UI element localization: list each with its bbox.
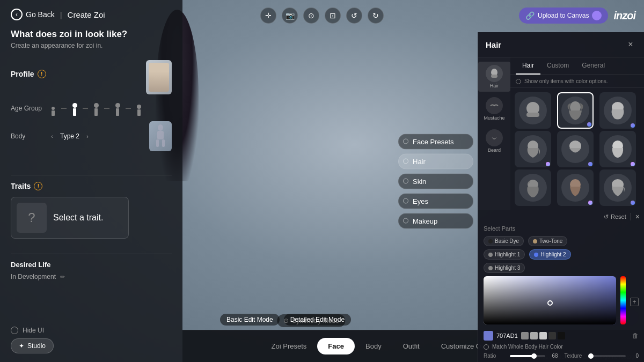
color-add-button[interactable]: + (630, 276, 639, 328)
age-selector[interactable] (48, 101, 172, 116)
swatch-3[interactable] (539, 332, 547, 339)
delete-color-button[interactable]: 🗑 (632, 332, 639, 339)
hair-options-bar: Show only items with color options. (510, 75, 644, 88)
hue-bar[interactable] (620, 276, 626, 324)
hair-item-7[interactable] (515, 169, 551, 206)
hair-item-9[interactable] (599, 169, 636, 206)
hue-bar-container[interactable] (620, 276, 626, 328)
hair-side-beard[interactable]: Beard (478, 126, 510, 156)
float-menu-eyes[interactable]: Eyes (398, 193, 473, 209)
studio-button[interactable]: ✦ Studio (11, 338, 54, 353)
slider-texture-label: Texture (565, 353, 589, 359)
reset-button[interactable]: ↺ Reset (604, 213, 626, 220)
bottom-nav-body[interactable]: Body (355, 338, 392, 354)
hair-item-2[interactable] (557, 92, 594, 129)
toolbar-redo-icon[interactable]: ↻ (368, 8, 384, 24)
age-connector-1 (61, 108, 67, 109)
body-next-button[interactable]: › (84, 132, 91, 140)
close-color-button[interactable]: × (635, 212, 640, 221)
hair-item-4[interactable] (515, 131, 551, 167)
float-menu-makeup[interactable]: Makeup (398, 213, 473, 228)
age-figure-4[interactable] (113, 101, 122, 116)
part-basic-dye[interactable]: Basic Dye (484, 236, 524, 246)
edit-icon[interactable]: ✏ (60, 274, 65, 280)
slider-ratio-thumb[interactable] (531, 353, 537, 359)
hair-item-5[interactable] (557, 131, 594, 167)
upload-canvas-button[interactable]: 🔗 Upload to Canvas (519, 8, 608, 24)
body-figure-preview (149, 121, 172, 151)
color-config: Select Parts Basic Dye Two-Tone Highligh… (478, 225, 644, 362)
body-prev-button[interactable]: ‹ (48, 132, 56, 140)
age-figure-2[interactable] (70, 101, 79, 116)
swatch-1[interactable] (521, 332, 529, 339)
float-menu-skin[interactable]: Skin (398, 173, 473, 189)
hair-item-3-inner (604, 97, 632, 124)
hair-tab-hair[interactable]: Hair (516, 57, 540, 75)
toolbar-camera-icon[interactable]: 📷 (282, 8, 298, 24)
age-figure-3[interactable] (91, 101, 101, 116)
float-menu-hair-label: Hair (413, 157, 426, 165)
bottom-nav-face[interactable]: Face (317, 338, 355, 354)
avatar-body (149, 63, 169, 92)
float-circle-face (403, 139, 408, 144)
traits-section-title: Traits ! (11, 182, 172, 190)
trait-placeholder[interactable]: ? Select a trait. (11, 197, 129, 239)
hair-item-6[interactable] (599, 131, 636, 167)
reset-bar: ↺ Reset × (478, 210, 644, 225)
toolbar-crosshair-icon[interactable]: ✛ (260, 8, 276, 24)
hair-item-2-inner (561, 97, 589, 124)
bottom-nav-outfit[interactable]: Outfit (392, 338, 430, 354)
toolbar-undo-icon[interactable]: ↺ (346, 8, 362, 24)
part-two-tone[interactable]: Two-Tone (528, 236, 567, 246)
age-figure-5[interactable] (134, 101, 144, 116)
detailed-edit-mode-button[interactable]: Detailed Edit Mode (284, 314, 351, 326)
color-cursor[interactable] (547, 300, 553, 306)
add-color-icon[interactable]: + (630, 298, 639, 306)
hair-item-1[interactable] (515, 92, 551, 129)
color-gradient-area[interactable] (484, 276, 616, 324)
slider-ratio-track[interactable] (510, 355, 545, 357)
profile-section-title: Profile ! (11, 70, 46, 78)
detailed-edit-label: Detailed Edit Mode (290, 316, 345, 323)
part-highlight-3[interactable]: Highlight 3 (484, 263, 525, 273)
swatch-4[interactable] (548, 332, 556, 339)
bottom-nav-zoi-presets[interactable]: Zoi Presets (261, 338, 318, 354)
hide-ui-row[interactable]: Hide UI (11, 327, 172, 334)
hair-side-hair[interactable]: Hair (478, 62, 510, 92)
slider-texture-thumb[interactable] (588, 353, 594, 359)
color-picker-gradient[interactable] (484, 276, 616, 328)
toolbar-grid-icon[interactable]: ⊡ (325, 8, 341, 24)
hex-value: 707AD1 (496, 333, 518, 339)
current-color-swatch[interactable] (484, 331, 493, 341)
swatch-5[interactable] (558, 332, 565, 339)
part-highlight-3-dot (488, 266, 493, 270)
hair-item-1-inner (519, 97, 547, 124)
hair-panel-close-button[interactable]: × (625, 39, 636, 50)
desired-life-value[interactable]: In Development ✏ (11, 273, 172, 280)
toolbar-refresh-icon[interactable]: ⊙ (303, 8, 319, 24)
hair-tab-custom[interactable]: Custom (540, 57, 575, 75)
float-circle-makeup (403, 218, 408, 224)
hair-item-3[interactable] (599, 92, 636, 129)
slider-texture-track[interactable] (591, 355, 626, 357)
hair-tab-general[interactable]: General (575, 57, 611, 75)
back-arrow-icon: ‹ (11, 9, 23, 20)
float-menu-hair[interactable]: Hair (398, 153, 473, 169)
hair-side-hair-icon (486, 65, 503, 82)
show-color-options-radio[interactable] (516, 79, 521, 84)
slider-texture: Texture 0 (565, 353, 639, 359)
swatch-2[interactable] (530, 332, 538, 339)
part-highlight-1[interactable]: Highlight 1 (484, 249, 525, 260)
go-back-button[interactable]: ‹ Go Back (11, 9, 55, 20)
age-figure-1[interactable] (48, 101, 58, 116)
profile-label: Profile (11, 70, 34, 78)
basic-edit-mode-button[interactable]: Basic Edit Mode (220, 314, 280, 326)
hair-side-beard-icon (486, 129, 503, 146)
hair-item-8[interactable] (557, 169, 594, 206)
hair-side-mustache[interactable]: Mustache (478, 94, 510, 124)
part-highlight-2[interactable]: Highlight 2 (529, 249, 570, 260)
match-color-radio[interactable] (484, 344, 489, 350)
svg-rect-3 (162, 139, 165, 147)
hide-ui-radio[interactable] (11, 327, 18, 334)
float-menu-face-presets[interactable]: Face Presets (398, 134, 473, 149)
